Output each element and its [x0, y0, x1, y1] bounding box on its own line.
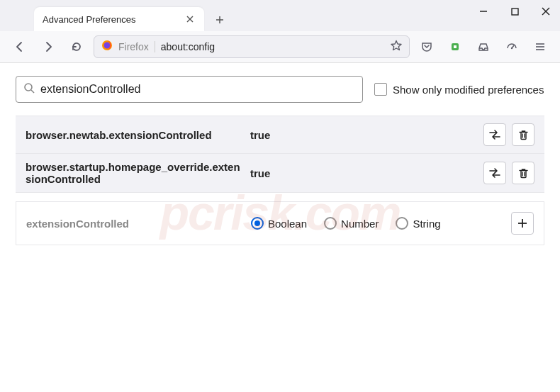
radio-icon	[324, 217, 337, 230]
url-identity-label: Firefox	[118, 41, 155, 52]
bookmark-star-icon[interactable]	[391, 40, 402, 54]
toggle-button[interactable]	[483, 123, 506, 146]
browser-tab[interactable]: Advanced Preferences	[34, 7, 204, 31]
svg-line-18	[31, 90, 34, 93]
tab-title: Advanced Preferences	[43, 14, 177, 25]
inbox-icon[interactable]	[472, 35, 495, 58]
extension-icon[interactable]	[444, 35, 466, 58]
svg-rect-1	[512, 9, 518, 15]
type-label: Number	[341, 218, 379, 230]
pref-name: browser.newtab.extensionControlled	[26, 129, 242, 141]
new-tab-button[interactable]	[208, 9, 231, 31]
type-number-option[interactable]: Number	[324, 217, 379, 230]
minimize-button[interactable]	[478, 6, 489, 17]
search-icon	[23, 82, 35, 96]
svg-point-13	[511, 47, 513, 49]
firefox-logo-icon	[101, 40, 113, 54]
type-label: String	[413, 218, 440, 230]
add-pref-name: extensionControlled	[26, 218, 242, 230]
type-string-option[interactable]: String	[396, 217, 440, 230]
search-box[interactable]	[16, 76, 363, 103]
svg-rect-11	[454, 45, 457, 48]
add-button[interactable]	[511, 212, 534, 235]
pref-row: browser.startup.homepage_override.extens…	[16, 154, 544, 193]
menu-button[interactable]	[529, 35, 551, 58]
forward-button[interactable]	[37, 35, 60, 58]
svg-point-17	[25, 84, 32, 91]
toggle-button[interactable]	[483, 162, 506, 184]
back-button[interactable]	[9, 35, 31, 58]
url-text: about:config	[161, 41, 385, 52]
pocket-icon[interactable]	[415, 35, 438, 58]
nav-bar: Firefox about:config	[0, 31, 560, 63]
url-bar[interactable]: Firefox about:config	[94, 35, 410, 58]
pref-row: browser.newtab.extensionControlled true	[16, 116, 544, 154]
type-label: Boolean	[268, 218, 307, 230]
content-area: Show only modified preferences browser.n…	[0, 63, 560, 392]
type-boolean-option[interactable]: Boolean	[251, 217, 307, 230]
tab-bar: Advanced Preferences	[0, 0, 560, 31]
pref-name: browser.startup.homepage_override.extens…	[26, 161, 242, 185]
radio-icon	[396, 217, 408, 230]
show-modified-label: Show only modified preferences	[393, 84, 544, 96]
show-modified-checkbox[interactable]	[374, 83, 387, 96]
dashboard-icon[interactable]	[500, 35, 523, 58]
delete-button[interactable]	[512, 123, 534, 146]
add-pref-row: extensionControlled Boolean Number Strin…	[16, 201, 544, 245]
radio-icon	[251, 217, 264, 230]
search-input[interactable]	[40, 83, 355, 96]
pref-value: true	[250, 167, 475, 179]
close-window-button[interactable]	[540, 6, 551, 17]
close-tab-button[interactable]	[184, 13, 196, 25]
pref-value: true	[250, 129, 475, 141]
maximize-button[interactable]	[509, 6, 520, 17]
delete-button[interactable]	[512, 162, 534, 184]
reload-button[interactable]	[65, 35, 88, 58]
svg-point-9	[104, 43, 111, 49]
